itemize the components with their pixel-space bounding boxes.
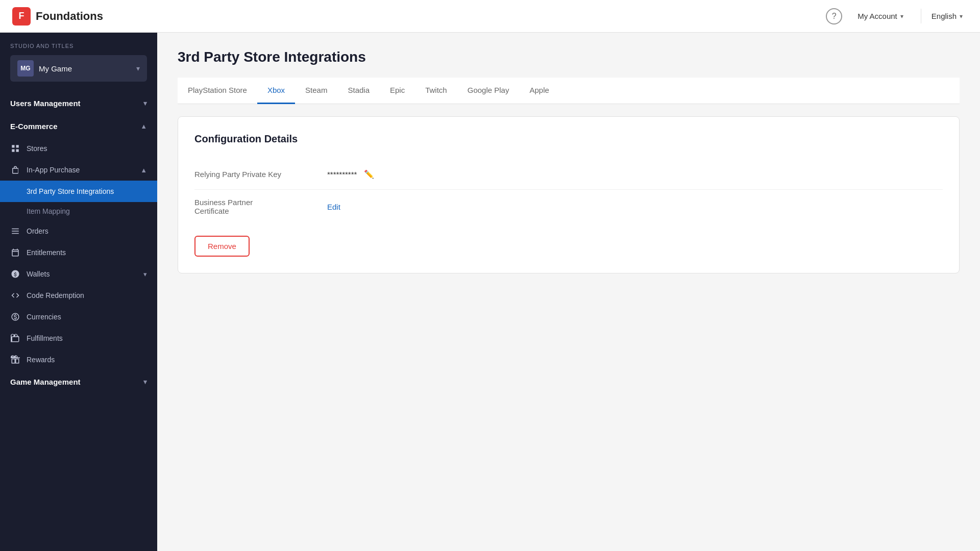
- game-name: My Game: [39, 64, 72, 73]
- main-inner: 3rd Party Store Integrations PlayStation…: [157, 33, 980, 290]
- logo-text: Foundations: [36, 10, 103, 23]
- tab-twitch[interactable]: Twitch: [415, 78, 457, 104]
- 3rd-party-store-integrations-label: 3rd Party Store Integrations: [27, 187, 114, 195]
- sidebar-item-stores[interactable]: Stores: [0, 138, 157, 159]
- e-commerce-label: E-Commerce: [10, 122, 58, 131]
- config-row-relying-party: Relying Party Private Key ********** ✏️: [194, 159, 943, 190]
- rewards-label: Rewards: [27, 356, 55, 364]
- sidebar-section-users-management[interactable]: Users Management ▾: [0, 92, 157, 115]
- tab-stadia[interactable]: Stadia: [337, 78, 380, 104]
- stores-label: Stores: [27, 144, 47, 153]
- placeholder-icon: [10, 186, 20, 196]
- language-chevron: ▾: [960, 13, 963, 20]
- dollar-icon: [10, 269, 20, 279]
- in-app-purchase-chevron: ▲: [140, 166, 147, 174]
- topnav-right: ? My Account ▾ English ▾: [826, 8, 968, 24]
- sidebar-section-game-management[interactable]: Game Management ▾: [0, 370, 157, 393]
- sidebar-item-in-app-purchase[interactable]: In-App Purchase ▲: [0, 159, 157, 181]
- users-management-label: Users Management: [10, 99, 81, 108]
- item-mapping-label: Item Mapping: [27, 207, 70, 215]
- tab-steam[interactable]: Steam: [295, 78, 337, 104]
- list-icon: [10, 226, 20, 236]
- game-selector-chevron: ▾: [136, 64, 140, 72]
- code-redemption-label: Code Redemption: [27, 291, 84, 299]
- main-content: 3rd Party Store Integrations PlayStation…: [157, 33, 980, 551]
- page-title: 3rd Party Store Integrations: [178, 49, 960, 65]
- wallets-label: Wallets: [27, 270, 50, 278]
- remove-button[interactable]: Remove: [194, 236, 250, 257]
- studio-label: STUDIO AND TITLES: [10, 43, 147, 49]
- game-management-label: Game Management: [10, 378, 81, 386]
- tab-xbox[interactable]: Xbox: [257, 78, 295, 104]
- game-selector[interactable]: MG My Game ▾: [10, 55, 147, 82]
- help-icon[interactable]: ?: [826, 8, 842, 24]
- bag-icon: [10, 165, 20, 175]
- entitlements-label: Entitlements: [27, 248, 66, 257]
- sidebar-item-code-redemption[interactable]: Code Redemption: [0, 285, 157, 306]
- sidebar-item-rewards[interactable]: Rewards: [0, 349, 157, 370]
- tab-epic[interactable]: Epic: [380, 78, 415, 104]
- code-icon: [10, 290, 20, 300]
- studio-section: STUDIO AND TITLES MG My Game ▾: [0, 33, 157, 87]
- game-avatar: MG: [17, 60, 34, 77]
- logo-icon: F: [12, 7, 31, 26]
- tab-playstation-store[interactable]: PlayStation Store: [178, 78, 257, 104]
- orders-label: Orders: [27, 227, 48, 235]
- currencies-icon: [10, 312, 20, 322]
- language-button[interactable]: English ▾: [921, 9, 968, 23]
- relying-party-label: Relying Party Private Key: [194, 170, 327, 179]
- account-chevron: ▾: [900, 13, 903, 20]
- tab-apple[interactable]: Apple: [519, 78, 559, 104]
- in-app-purchase-label: In-App Purchase: [27, 166, 80, 174]
- relying-party-key-masked: **********: [327, 170, 357, 179]
- sidebar-item-fulfillments[interactable]: Fulfillments: [0, 328, 157, 349]
- layout: STUDIO AND TITLES MG My Game ▾ Users Man…: [0, 33, 980, 551]
- account-button[interactable]: My Account ▾: [852, 9, 909, 23]
- box-icon: [10, 333, 20, 343]
- language-label: English: [932, 12, 957, 20]
- business-partner-value: Edit: [327, 203, 340, 211]
- sidebar-section-e-commerce[interactable]: E-Commerce ▲: [0, 115, 157, 138]
- account-label: My Account: [857, 12, 897, 20]
- sidebar-item-entitlements[interactable]: Entitlements: [0, 242, 157, 263]
- sidebar-item-3rd-party-store-integrations[interactable]: 3rd Party Store Integrations: [0, 181, 157, 202]
- sidebar-item-wallets[interactable]: Wallets ▾: [0, 263, 157, 285]
- grid-icon: [10, 143, 20, 154]
- sidebar-nav: Users Management ▾ E-Commerce ▲ Stores: [0, 87, 157, 551]
- topnav-left: F Foundations: [12, 7, 103, 26]
- tab-google-play[interactable]: Google Play: [457, 78, 520, 104]
- sidebar-item-item-mapping[interactable]: Item Mapping: [0, 202, 157, 220]
- relying-party-edit-button[interactable]: ✏️: [362, 167, 376, 181]
- fulfillments-label: Fulfillments: [27, 334, 63, 342]
- e-commerce-chevron: ▲: [140, 122, 147, 130]
- config-card-title: Configuration Details: [194, 133, 943, 145]
- calendar-icon: [10, 247, 20, 258]
- gift-icon: [10, 355, 20, 365]
- relying-party-value: ********** ✏️: [327, 167, 376, 181]
- store-tabs: PlayStation Store Xbox Steam Stadia Epic…: [178, 78, 960, 104]
- users-management-chevron: ▾: [143, 99, 147, 107]
- config-row-business-partner: Business PartnerCertificate Edit: [194, 190, 943, 223]
- business-partner-label: Business PartnerCertificate: [194, 198, 327, 215]
- wallets-chevron: ▾: [143, 270, 147, 278]
- sidebar-item-orders[interactable]: Orders: [0, 220, 157, 242]
- sidebar: STUDIO AND TITLES MG My Game ▾ Users Man…: [0, 33, 157, 551]
- sidebar-item-currencies[interactable]: Currencies: [0, 306, 157, 328]
- game-management-chevron: ▾: [143, 378, 147, 386]
- top-navigation: F Foundations ? My Account ▾ English ▾: [0, 0, 980, 33]
- currencies-label: Currencies: [27, 313, 61, 321]
- config-card: Configuration Details Relying Party Priv…: [178, 116, 960, 273]
- business-partner-edit-link[interactable]: Edit: [327, 203, 340, 211]
